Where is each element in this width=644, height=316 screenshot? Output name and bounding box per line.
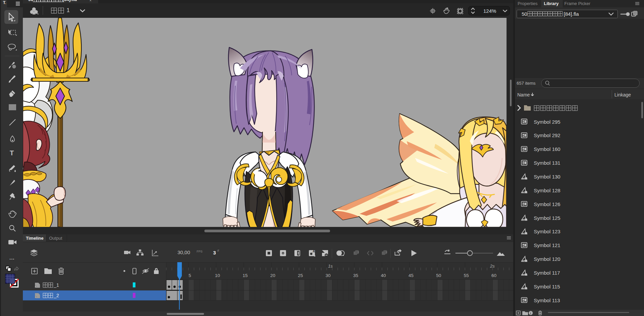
- svg-text:5: 5: [189, 273, 191, 278]
- svg-text:Symbol 117: Symbol 117: [534, 270, 560, 276]
- svg-text:Symbol 120: Symbol 120: [534, 256, 560, 262]
- svg-text:Symbol 125: Symbol 125: [534, 215, 560, 221]
- svg-text:25: 25: [298, 273, 303, 278]
- svg-text:[84].fla: [84].fla: [564, 11, 579, 17]
- svg-text:A: A: [313, 249, 315, 253]
- svg-text:Symbol 292: Symbol 292: [534, 132, 560, 138]
- svg-text:_2: _2: [53, 293, 59, 298]
- svg-text:i: i: [530, 312, 531, 315]
- svg-text:Symbol 121: Symbol 121: [534, 242, 560, 248]
- svg-text:Symbol 131: Symbol 131: [534, 160, 560, 166]
- svg-text:20: 20: [270, 273, 275, 278]
- svg-text:40: 40: [381, 273, 386, 278]
- svg-text:FPS: FPS: [197, 250, 203, 253]
- svg-text:Linkage: Linkage: [614, 92, 631, 97]
- svg-text:30: 30: [325, 273, 330, 278]
- svg-text:Name: Name: [517, 92, 530, 97]
- svg-text:55: 55: [464, 273, 469, 278]
- svg-text:Timeline: Timeline: [26, 236, 44, 241]
- svg-text:Symbol 115: Symbol 115: [534, 284, 560, 289]
- svg-text:2s: 2s: [490, 264, 495, 269]
- svg-text:Symbol 123: Symbol 123: [534, 229, 560, 234]
- svg-text:3: 3: [213, 250, 216, 255]
- svg-text:60: 60: [491, 273, 496, 278]
- svg-text:10: 10: [215, 273, 220, 278]
- svg-text:Output: Output: [49, 236, 62, 241]
- svg-text:Symbol 128: Symbol 128: [534, 188, 560, 193]
- svg-text:Symbol 126: Symbol 126: [534, 201, 560, 207]
- svg-text:15: 15: [243, 273, 248, 278]
- svg-text:Symbol 160: Symbol 160: [534, 146, 560, 152]
- svg-text:Symbol 130: Symbol 130: [534, 174, 560, 180]
- svg-text:F: F: [217, 249, 219, 252]
- svg-text:Properties: Properties: [518, 1, 538, 6]
- svg-text:Library: Library: [544, 1, 559, 6]
- svg-text:657 items: 657 items: [517, 81, 536, 86]
- svg-text:50: 50: [522, 11, 527, 17]
- svg-text:1s: 1s: [328, 264, 333, 269]
- svg-text:35: 35: [353, 273, 358, 278]
- svg-text:Symbol 295: Symbol 295: [534, 119, 560, 125]
- svg-text:Symbol 113: Symbol 113: [534, 298, 560, 303]
- svg-text:Frame Picker: Frame Picker: [564, 1, 591, 6]
- svg-text:30,00: 30,00: [177, 249, 190, 255]
- svg-text:45: 45: [408, 273, 413, 278]
- svg-text:50: 50: [436, 273, 441, 278]
- svg-text:_1: _1: [53, 282, 59, 288]
